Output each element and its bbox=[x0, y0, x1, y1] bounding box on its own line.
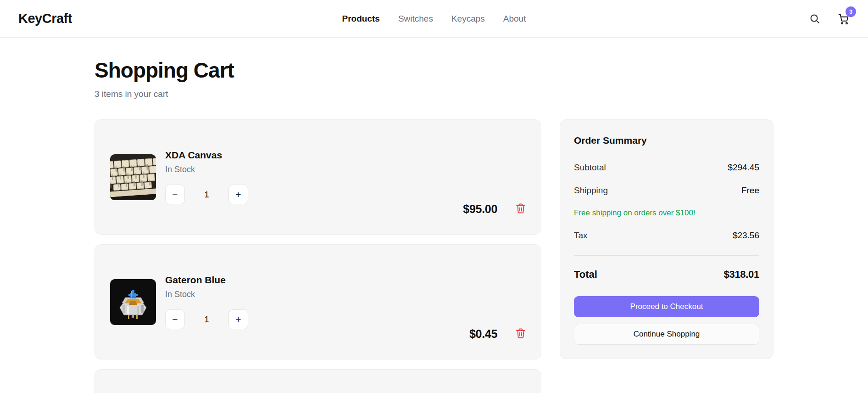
cart-button[interactable]: 3 bbox=[838, 13, 850, 25]
total-value: $318.01 bbox=[724, 269, 759, 281]
item-right: $95.00 bbox=[463, 202, 526, 216]
nav-item-about[interactable]: About bbox=[503, 14, 526, 24]
cart-list: XDA Canvas In Stock − 1 + $95.00 bbox=[95, 119, 541, 393]
main-nav: Products Switches Keycaps About bbox=[342, 0, 526, 37]
tax-row: Tax $23.56 bbox=[574, 230, 759, 241]
item-name: XDA Canvas bbox=[165, 150, 248, 161]
total-label: Total bbox=[574, 269, 597, 281]
free-shipping-note: Free shipping on orders over $100! bbox=[574, 208, 759, 218]
trash-icon bbox=[516, 328, 526, 340]
proceed-to-checkout-button[interactable]: Proceed to Checkout bbox=[574, 296, 759, 317]
decrease-quantity-button[interactable]: − bbox=[165, 185, 185, 204]
search-button[interactable] bbox=[809, 13, 820, 24]
cart-count-badge: 3 bbox=[846, 6, 856, 17]
quantity-value: 1 bbox=[185, 314, 228, 325]
quantity-value: 1 bbox=[185, 190, 228, 200]
subtotal-label: Subtotal bbox=[574, 163, 606, 173]
cart-item-gateron-blue: Gateron Blue In Stock − 1 + $0.45 bbox=[95, 244, 541, 359]
continue-shopping-button[interactable]: Continue Shopping bbox=[574, 324, 759, 345]
product-image-switch bbox=[110, 279, 156, 325]
item-right: $0.45 bbox=[469, 327, 526, 341]
page-title: Shopping Cart bbox=[95, 58, 773, 83]
summary-divider bbox=[574, 255, 759, 256]
search-icon bbox=[809, 13, 820, 24]
tax-value: $23.56 bbox=[733, 230, 759, 241]
order-summary-panel: Order Summary Subtotal $294.45 Shipping … bbox=[560, 119, 773, 359]
item-info: Gateron Blue In Stock − 1 + bbox=[165, 275, 248, 329]
shipping-value: Free bbox=[741, 185, 759, 196]
nav-item-keycaps[interactable]: Keycaps bbox=[451, 14, 485, 24]
trash-icon bbox=[516, 203, 526, 215]
product-image-keycaps bbox=[110, 154, 156, 200]
subtotal-value: $294.45 bbox=[728, 163, 759, 173]
total-row: Total $318.01 bbox=[574, 269, 759, 281]
page: KeyCraft Products Switches Keycaps About bbox=[0, 0, 868, 393]
increase-quantity-button[interactable]: + bbox=[228, 185, 248, 204]
quantity-stepper: − 1 + bbox=[165, 309, 248, 329]
decrease-quantity-button[interactable]: − bbox=[165, 309, 185, 329]
tax-label: Tax bbox=[574, 230, 588, 241]
cart-item-xda-canvas: XDA Canvas In Stock − 1 + $95.00 bbox=[95, 119, 541, 235]
item-price: $0.45 bbox=[469, 327, 497, 341]
shipping-label: Shipping bbox=[574, 185, 608, 196]
increase-quantity-button[interactable]: + bbox=[228, 309, 248, 329]
main-content: Shopping Cart 3 items in your cart bbox=[95, 38, 773, 393]
remove-item-button[interactable] bbox=[516, 328, 526, 340]
header-actions: 3 bbox=[809, 13, 850, 25]
shipping-row: Shipping Free bbox=[574, 185, 759, 196]
header: KeyCraft Products Switches Keycaps About bbox=[0, 0, 868, 38]
cart-item-count: 3 items in your cart bbox=[95, 89, 773, 99]
item-price: $95.00 bbox=[463, 202, 497, 216]
quantity-stepper: − 1 + bbox=[165, 185, 248, 204]
remove-item-button[interactable] bbox=[516, 203, 526, 215]
nav-item-products[interactable]: Products bbox=[342, 14, 380, 24]
item-stock-status: In Stock bbox=[165, 290, 248, 299]
item-info: XDA Canvas In Stock − 1 + bbox=[165, 150, 248, 204]
brand-logo[interactable]: KeyCraft bbox=[18, 11, 72, 26]
subtotal-row: Subtotal $294.45 bbox=[574, 163, 759, 173]
item-name: Gateron Blue bbox=[165, 275, 248, 286]
cart-item-partial bbox=[95, 369, 541, 393]
item-stock-status: In Stock bbox=[165, 165, 248, 174]
order-summary-title: Order Summary bbox=[574, 135, 759, 146]
nav-item-switches[interactable]: Switches bbox=[398, 14, 433, 24]
